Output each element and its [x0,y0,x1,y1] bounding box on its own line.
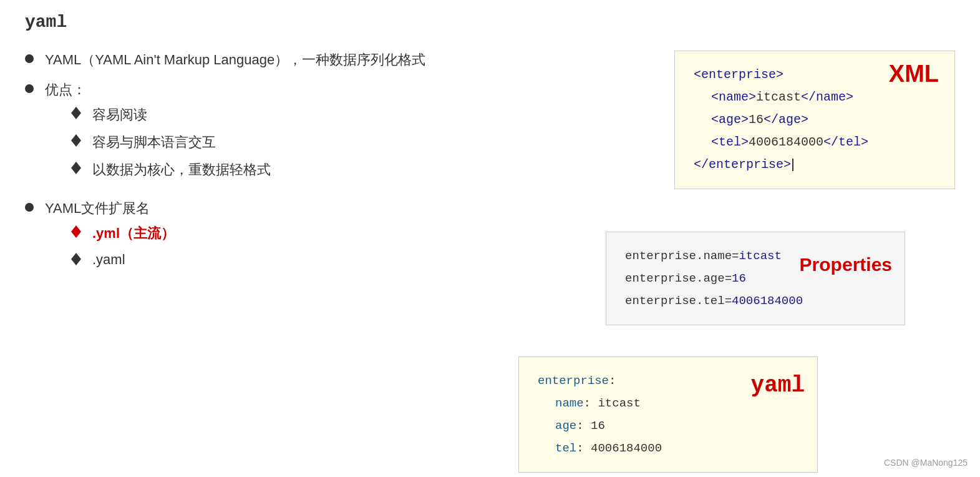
prop-line-3: enterprise.tel=4006184000 [625,290,886,312]
bullet-text-1: YAML（YAML Ain't Markup Language），一种数据序列化… [45,51,425,69]
xml-tag-age-close: </age> [764,112,808,127]
advantage-item-2: 容易与脚本语言交互 [71,133,271,152]
prop-value-name: itcast [739,249,781,263]
bullet-text-2: 优点： [45,82,86,97]
xml-value-age: 16 [749,112,764,127]
left-content: YAML（YAML Ain't Markup Language），一种数据序列化… [25,51,631,288]
diamond-icon-4 [71,253,81,259]
bullet-item-1: YAML（YAML Ain't Markup Language），一种数据序列化… [25,51,606,69]
yaml-value-tel: 4006184000 [591,441,662,455]
bullet-item-3: YAML文件扩展名 .yml（主流） .yaml [25,199,606,277]
yaml-colon-4: : [576,441,591,455]
bullet-text-3: YAML文件扩展名 [45,200,150,216]
prop-value-age: 16 [732,272,746,285]
yaml-value-name: itcast [598,396,640,410]
xml-line-2: <name>itcast</name> [694,86,936,109]
extension-item-1: .yml（主流） [71,224,175,243]
page-title: yaml [25,12,955,32]
xml-line-4: <tel>4006184000</tel> [694,131,936,154]
advantage-text-1: 容易阅读 [92,106,147,124]
yaml-box: yaml enterprise: name: itcast age: 16 te… [518,357,818,473]
extension-text-2: .yaml [92,252,125,268]
yaml-colon-3: : [576,419,591,433]
cursor-icon [792,159,793,171]
advantage-item-3: 以数据为核心，重数据轻格式 [71,160,271,179]
yaml-line-4: tel: 4006184000 [538,437,798,460]
extension-item-2: .yaml [71,252,175,268]
diamond-icon-3 [71,162,81,168]
xml-label: XML [889,61,939,87]
xml-box: XML <enterprise> <name>itcast</name> <ag… [674,51,955,189]
diamond-icon-red-1 [71,225,81,232]
prop-key-name: enterprise.name= [625,249,739,263]
xml-tag-tel-close: </tel> [823,135,868,149]
yaml-key-tel: tel [555,441,576,455]
xml-tag-name-open: <name> [711,90,756,104]
prop-key-age: enterprise.age= [625,272,732,285]
yaml-colon-2: : [584,396,598,410]
watermark: CSDN @MaNong125 [884,458,968,468]
yaml-key-enterprise: enterprise [538,374,609,388]
yaml-key-name: name [555,396,584,410]
yaml-value-age: 16 [591,419,605,433]
prop-key-tel: enterprise.tel= [625,294,732,308]
yaml-label: yaml [751,373,805,398]
xml-line-5: </enterprise> [694,154,936,176]
bullet-item-2: 优点： 容易阅读 容易与脚本语言交互 以数据为核心，重数据轻格式 [25,81,606,188]
right-content: XML <enterprise> <name>itcast</name> <ag… [631,51,955,288]
advantages-list: 容易阅读 容易与脚本语言交互 以数据为核心，重数据轻格式 [71,106,271,179]
xml-tag-close-enterprise: </enterprise> [694,157,791,172]
diamond-icon-1 [71,107,81,113]
advantage-text-2: 容易与脚本语言交互 [92,133,216,152]
bullet-circle-2 [25,84,34,93]
xml-tag-age-open: <age> [711,112,749,127]
bullet-circle-1 [25,54,34,63]
yaml-colon-1: : [609,374,616,388]
bullet-circle-3 [25,203,34,212]
extension-text-1: .yml（主流） [92,224,175,243]
prop-value-tel: 4006184000 [732,294,803,308]
xml-tag-name-close: </name> [801,90,853,104]
advantage-item-1: 容易阅读 [71,106,271,124]
yaml-key-age: age [555,419,576,433]
diamond-icon-2 [71,134,81,140]
yaml-line-3: age: 16 [538,415,798,437]
properties-box: Properties enterprise.name=itcast enterp… [606,232,905,325]
xml-tag-tel-open: <tel> [711,135,749,149]
xml-value-tel: 4006184000 [749,135,823,149]
advantage-text-3: 以数据为核心，重数据轻格式 [92,160,271,179]
xml-line-3: <age>16</age> [694,109,936,131]
extensions-list: .yml（主流） .yaml [71,224,175,268]
xml-value-name: itcast [756,90,801,104]
properties-label: Properties [800,254,892,275]
xml-tag-open-enterprise: <enterprise> [694,67,784,82]
